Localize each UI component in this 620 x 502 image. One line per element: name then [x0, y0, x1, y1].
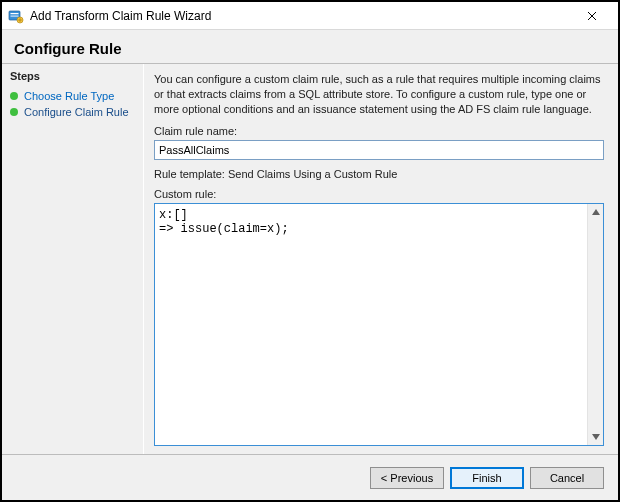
finish-button[interactable]: Finish [450, 467, 524, 489]
window-title: Add Transform Claim Rule Wizard [30, 9, 572, 23]
body: Steps Choose Rule Type Configure Claim R… [2, 64, 618, 454]
custom-rule-label: Custom rule: [154, 188, 604, 200]
step-label: Choose Rule Type [24, 90, 114, 102]
scrollbar[interactable] [587, 204, 603, 445]
description-text: You can configure a custom claim rule, s… [154, 72, 604, 117]
previous-button[interactable]: < Previous [370, 467, 444, 489]
close-button[interactable] [572, 3, 612, 29]
scroll-down-icon[interactable] [588, 429, 603, 445]
main-panel: You can configure a custom claim rule, s… [144, 64, 618, 454]
claim-rule-name-label: Claim rule name: [154, 125, 604, 137]
custom-rule-textarea[interactable] [155, 204, 587, 445]
bullet-icon [10, 108, 18, 116]
wizard-window: Add Transform Claim Rule Wizard Configur… [0, 0, 620, 502]
custom-rule-container [154, 203, 604, 446]
titlebar: Add Transform Claim Rule Wizard [2, 2, 618, 30]
steps-sidebar: Steps Choose Rule Type Configure Claim R… [2, 64, 144, 454]
claim-rule-name-input[interactable] [154, 140, 604, 160]
step-configure-claim-rule[interactable]: Configure Claim Rule [10, 104, 135, 120]
svg-rect-1 [11, 13, 19, 14]
steps-title: Steps [10, 70, 135, 82]
rule-template-label: Rule template: Send Claims Using a Custo… [154, 168, 604, 180]
scroll-up-icon[interactable] [588, 204, 603, 220]
svg-rect-2 [11, 15, 19, 16]
bullet-icon [10, 92, 18, 100]
footer: < Previous Finish Cancel [2, 454, 618, 500]
cancel-button[interactable]: Cancel [530, 467, 604, 489]
page-heading: Configure Rule [2, 30, 618, 63]
step-label: Configure Claim Rule [24, 106, 129, 118]
step-choose-rule-type[interactable]: Choose Rule Type [10, 88, 135, 104]
wizard-icon [8, 8, 24, 24]
